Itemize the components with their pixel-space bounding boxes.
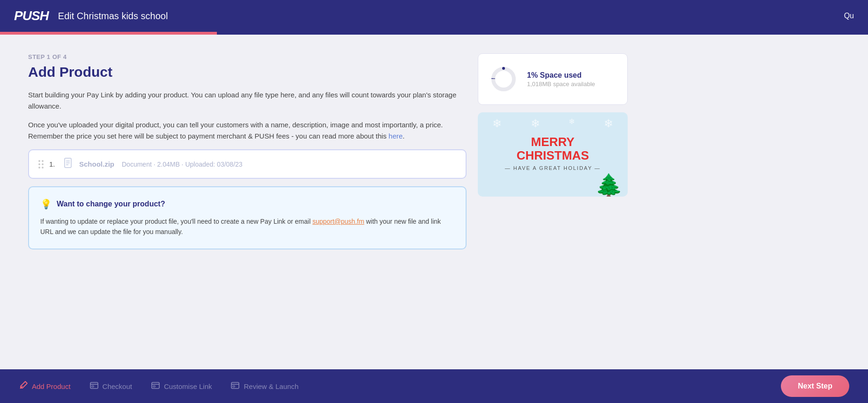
drag-dot (38, 160, 40, 162)
file-name: School.zip (79, 160, 114, 168)
svg-rect-11 (231, 382, 239, 388)
drag-dot (42, 160, 44, 162)
svg-point-6 (502, 67, 505, 70)
header: PUSH Edit Christmas kids school Qu (0, 0, 868, 32)
logo: PUSH (14, 8, 49, 23)
space-card: 1% Space used 1,018MB space available (478, 53, 628, 105)
file-meta: Document · 2.04MB · Uploaded: 03/08/23 (122, 161, 243, 168)
svg-rect-7 (90, 382, 98, 388)
space-used-label: 1% Space used (527, 71, 595, 80)
drag-dot (38, 167, 40, 169)
drag-dot (42, 167, 44, 169)
description-2: Once you've uploaded your digital produc… (28, 119, 467, 142)
left-panel: STEP 1 OF 4 Add Product Start building y… (28, 53, 467, 249)
add-product-icon (19, 381, 28, 392)
info-box-header: 💡 Want to change your product? (40, 198, 454, 210)
review-launch-icon (230, 381, 240, 392)
main-content: STEP 1 OF 4 Add Product Start building y… (0, 35, 656, 296)
nav-item-review-launch[interactable]: Review & Launch (230, 381, 298, 392)
page-title: Add Product (28, 64, 467, 80)
space-available-label: 1,018MB space available (527, 81, 595, 88)
donut-chart (490, 65, 518, 93)
drag-dot (38, 163, 40, 165)
svg-rect-9 (152, 382, 159, 388)
lightbulb-icon: 💡 (40, 198, 52, 210)
customise-link-icon (151, 381, 160, 392)
file-document-icon (64, 158, 74, 170)
next-step-button[interactable]: Next Step (781, 375, 849, 397)
description-1: Start building your Pay Link by adding y… (28, 89, 467, 112)
nav-item-checkout[interactable]: Checkout (89, 381, 132, 392)
space-info: 1% Space used 1,018MB space available (527, 71, 595, 88)
nav-label-add-product: Add Product (32, 382, 71, 390)
right-panel: 1% Space used 1,018MB space available ❄❄… (478, 53, 628, 249)
step-label: STEP 1 OF 4 (28, 53, 467, 60)
file-item: 1. School.zip Document · 2.04MB · Upload… (38, 158, 456, 170)
nav-label-checkout: Checkout (103, 382, 132, 390)
page-header-title: Edit Christmas kids school (58, 11, 168, 22)
nav-label-customise-link: Customise Link (164, 382, 212, 390)
support-email-link[interactable]: support@push.fm (312, 218, 364, 225)
quit-button[interactable]: Qu (844, 12, 854, 20)
footer-nav: Add Product Checkout Customise Link (0, 369, 868, 403)
file-number: 1. (49, 160, 59, 168)
here-link[interactable]: here (389, 132, 403, 140)
christmas-tree-icon: 🌲 (595, 173, 623, 197)
file-list-container: 1. School.zip Document · 2.04MB · Upload… (28, 149, 467, 179)
christmas-divider: — HAVE A GREAT HOLIDAY — (505, 165, 601, 171)
nav-item-add-product[interactable]: Add Product (19, 381, 71, 392)
checkout-icon (89, 381, 99, 392)
christmas-preview-card: ❄❄❄❄ MERRY CHRISTMAS — HAVE A GREAT HOLI… (478, 112, 628, 197)
svg-point-4 (493, 69, 514, 89)
info-box: 💡 Want to change your product? If wantin… (28, 186, 467, 249)
christmas-text: CHRISTMAS (517, 149, 589, 162)
nav-item-customise-link[interactable]: Customise Link (151, 381, 212, 392)
svg-rect-10 (153, 386, 155, 387)
drag-dot (42, 163, 44, 165)
nav-label-review-launch: Review & Launch (244, 382, 298, 390)
info-box-title: Want to change your product? (57, 200, 165, 208)
svg-rect-8 (92, 386, 94, 387)
info-box-text: If wanting to update or replace your pro… (40, 216, 454, 237)
drag-handle[interactable] (38, 160, 44, 169)
merry-text: MERRY (531, 135, 575, 149)
svg-rect-12 (233, 386, 235, 387)
